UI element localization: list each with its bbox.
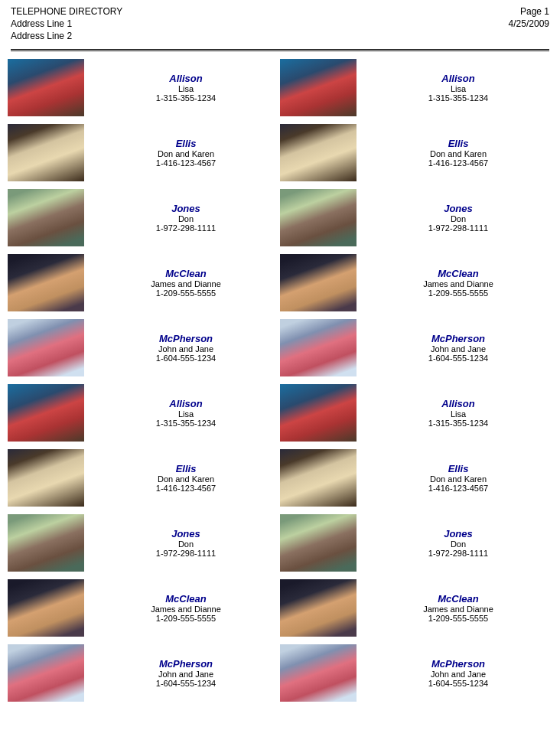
list-item: McCleanJames and Dianne1-209-555-5555 (280, 579, 552, 637)
entry-info: JonesDon1-972-298-1111 (364, 528, 552, 558)
list-item: McCleanJames and Dianne1-209-555-5555 (280, 254, 552, 311)
entry-subname: James and Dianne (151, 279, 221, 288)
entry-phone: 1-416-123-4567 (156, 484, 216, 493)
entry-photo (8, 124, 84, 181)
page-header: TELEPHONE DIRECTORY Address Line 1 Addre… (0, 0, 560, 44)
entry-photo (8, 579, 84, 637)
right-column: AllisonLisa1-315-355-1234EllisDon and Ka… (280, 59, 552, 709)
entry-info: EllisDon and Karen1-416-123-4567 (364, 463, 552, 493)
title: TELEPHONE DIRECTORY (11, 6, 122, 17)
list-item: AllisonLisa1-315-355-1234 (8, 384, 280, 442)
entry-subname: Don and Karen (158, 149, 214, 158)
entry-info: McPhersonJohn and Jane1-604-555-1234 (364, 333, 552, 363)
entry-info: AllisonLisa1-315-355-1234 (92, 398, 280, 428)
entry-name: Jones (171, 203, 200, 214)
header-left: TELEPHONE DIRECTORY Address Line 1 Addre… (11, 6, 122, 41)
entry-photo (8, 319, 84, 376)
list-item: EllisDon and Karen1-416-123-4567 (8, 124, 280, 181)
entry-name: Allison (169, 73, 202, 84)
entry-photo (280, 384, 357, 442)
entry-subname: James and Dianne (151, 605, 221, 614)
entry-info: McCleanJames and Dianne1-209-555-5555 (364, 268, 552, 298)
entry-name: Ellis (176, 138, 197, 149)
entry-photo (8, 189, 84, 246)
entry-photo (280, 514, 357, 572)
entry-name: Ellis (176, 463, 197, 474)
entry-phone: 1-315-355-1234 (156, 93, 216, 103)
entry-name: McPherson (431, 658, 485, 670)
list-item: AllisonLisa1-315-355-1234 (280, 59, 552, 116)
entry-phone: 1-416-123-4567 (428, 484, 488, 493)
entry-subname: Lisa (178, 84, 194, 93)
entry-name: McClean (438, 593, 478, 605)
list-item: JonesDon1-972-298-1111 (280, 189, 552, 246)
entry-info: AllisonLisa1-315-355-1234 (364, 398, 552, 428)
list-item: AllisonLisa1-315-355-1234 (280, 384, 552, 442)
entry-name: Ellis (448, 138, 469, 149)
entry-photo (280, 644, 357, 702)
entry-name: McClean (438, 268, 478, 279)
entry-info: McPhersonJohn and Jane1-604-555-1234 (364, 658, 552, 688)
entry-subname: John and Jane (158, 670, 213, 679)
entry-info: JonesDon1-972-298-1111 (364, 203, 552, 233)
address-line1: Address Line 1 (11, 18, 122, 29)
entry-phone: 1-604-555-1234 (156, 354, 216, 363)
entry-name: Jones (444, 528, 473, 539)
entry-info: McPhersonJohn and Jane1-604-555-1234 (92, 333, 280, 363)
entry-name: Jones (171, 528, 200, 539)
list-item: JonesDon1-972-298-1111 (8, 189, 280, 246)
entry-phone: 1-416-123-4567 (156, 158, 216, 168)
entry-name: Jones (444, 203, 473, 214)
entry-info: EllisDon and Karen1-416-123-4567 (92, 463, 280, 493)
entry-info: EllisDon and Karen1-416-123-4567 (92, 138, 280, 168)
list-item: EllisDon and Karen1-416-123-4567 (280, 124, 552, 181)
entry-subname: Lisa (451, 84, 466, 93)
entry-subname: James and Dianne (423, 279, 493, 288)
entry-name: Allison (441, 398, 474, 409)
entry-info: AllisonLisa1-315-355-1234 (92, 73, 280, 103)
entry-photo (8, 254, 84, 311)
entry-photo (280, 124, 357, 181)
entry-photo (8, 514, 84, 572)
list-item: McCleanJames and Dianne1-209-555-5555 (8, 254, 280, 311)
entry-subname: Don and Karen (430, 149, 487, 158)
address-line2: Address Line 2 (11, 31, 122, 41)
list-item: McPhersonJohn and Jane1-604-555-1234 (8, 644, 280, 702)
entry-photo (8, 644, 84, 702)
entry-info: JonesDon1-972-298-1111 (92, 528, 280, 558)
date: 4/25/2009 (509, 18, 549, 29)
list-item: AllisonLisa1-315-355-1234 (8, 59, 280, 116)
entry-phone: 1-604-555-1234 (428, 679, 488, 688)
entry-phone: 1-209-555-5555 (156, 288, 216, 298)
entry-photo (280, 579, 357, 637)
directory-columns: AllisonLisa1-315-355-1234EllisDon and Ka… (0, 59, 560, 709)
header-right: Page 1 4/25/2009 (509, 6, 549, 41)
entry-name: McClean (165, 268, 206, 279)
entry-photo (8, 449, 84, 507)
entry-phone: 1-604-555-1234 (156, 679, 216, 688)
entry-subname: Don (178, 214, 194, 223)
entry-phone: 1-972-298-1111 (156, 223, 216, 233)
entry-subname: Lisa (178, 409, 194, 419)
entry-phone: 1-972-298-1111 (428, 549, 488, 558)
entry-photo (280, 449, 357, 507)
entry-photo (8, 384, 84, 442)
page-number: Page 1 (520, 6, 549, 17)
list-item: EllisDon and Karen1-416-123-4567 (280, 449, 552, 507)
list-item: McCleanJames and Dianne1-209-555-5555 (8, 579, 280, 637)
list-item: JonesDon1-972-298-1111 (280, 514, 552, 572)
entry-subname: Don (178, 539, 194, 549)
list-item: McPhersonJohn and Jane1-604-555-1234 (8, 319, 280, 376)
list-item: McPhersonJohn and Jane1-604-555-1234 (280, 644, 552, 702)
entry-subname: John and Jane (431, 670, 486, 679)
entry-subname: Lisa (451, 409, 466, 419)
entry-subname: John and Jane (158, 344, 213, 354)
entry-info: EllisDon and Karen1-416-123-4567 (364, 138, 552, 168)
list-item: EllisDon and Karen1-416-123-4567 (8, 449, 280, 507)
entry-info: McCleanJames and Dianne1-209-555-5555 (92, 268, 280, 298)
entry-subname: Don (451, 539, 466, 549)
entry-subname: James and Dianne (423, 605, 493, 614)
entry-info: AllisonLisa1-315-355-1234 (364, 73, 552, 103)
entry-phone: 1-209-555-5555 (428, 288, 488, 298)
entry-phone: 1-315-355-1234 (428, 419, 488, 428)
